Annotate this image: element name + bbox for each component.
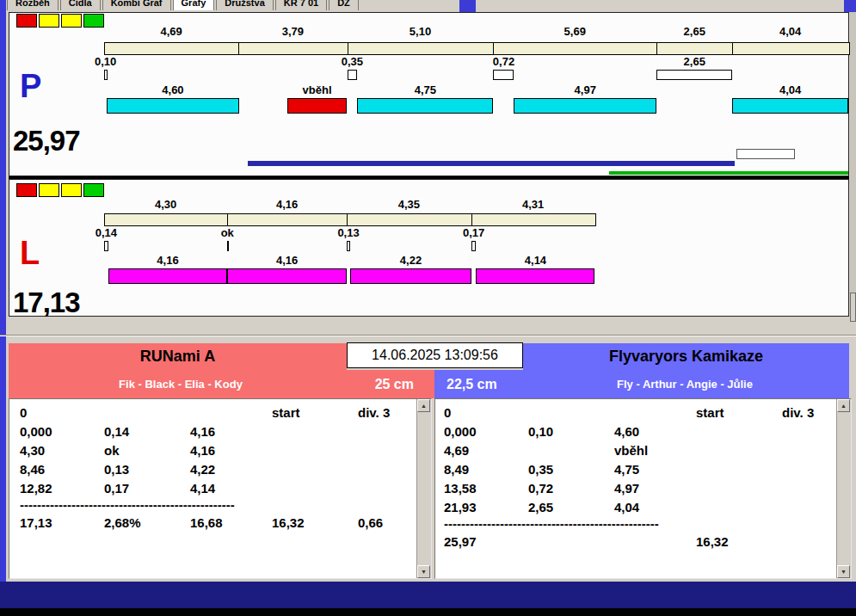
dog-run-bar: [732, 98, 848, 114]
table-cell: 4,04: [614, 500, 696, 514]
table-cell: 4,22: [190, 462, 272, 477]
scroll-up-button[interactable]: ▲: [837, 399, 850, 412]
start-light: [83, 183, 104, 197]
changeover-time-label: 2,65: [684, 56, 705, 68]
dog-run-bar: [357, 98, 493, 114]
changeover-tick: [227, 241, 229, 251]
table-row: 13,580,724,97: [435, 478, 836, 497]
split-segment: [472, 214, 596, 225]
table-cell: 4,60: [614, 424, 696, 439]
dog-run-label: 4,75: [415, 84, 436, 96]
changeover-time-label: 0,10: [95, 56, 116, 68]
team-left-subheader: Fik - Black - Elia - Kody 25 cm: [9, 370, 434, 398]
start-lights: [16, 183, 104, 197]
changeover-time-label: 0,17: [463, 227, 484, 239]
split-segment: [228, 214, 348, 225]
split-segment: [733, 43, 849, 54]
bottom-navy-bar: [0, 582, 856, 608]
table-cell: 13,58: [444, 481, 528, 496]
scrollbar[interactable]: ▲ ▼: [836, 399, 851, 578]
split-time-label: 5,10: [410, 26, 431, 38]
table-cell: 12,82: [20, 481, 104, 496]
table-cell: 0,10: [528, 424, 614, 439]
dog-run-bar: [108, 268, 228, 284]
scrollbar-thumb[interactable]: [850, 293, 856, 322]
dog-run-bar: [107, 98, 238, 114]
table-cell: start: [696, 405, 782, 420]
lane-letter: L: [20, 237, 40, 269]
table-cell: 4,16: [190, 424, 272, 439]
start-light: [83, 14, 104, 28]
dog-run-bar: [287, 98, 347, 114]
scroll-up-button[interactable]: ▲: [417, 399, 430, 412]
table-cell: 0,14: [104, 424, 190, 439]
split-segment: [105, 214, 228, 225]
results-panel-left[interactable]: 0startdiv. 30,0000,144,164,30ok4,168,460…: [9, 398, 432, 579]
table-row: 8,490,354,75: [435, 459, 836, 478]
table-cell: 0: [444, 405, 528, 420]
table-cell: 21,93: [444, 500, 528, 514]
table-cell: div. 3: [358, 405, 416, 420]
tab-rozbeh[interactable]: Rozběh: [7, 0, 59, 10]
table-row: 4,69vběhl: [435, 440, 836, 459]
changeover-time-label: ok: [221, 227, 234, 239]
start-light: [16, 183, 37, 197]
table-row: 25,9716,32: [435, 532, 836, 551]
table-cell: 8,49: [444, 462, 528, 477]
changeover-box: [656, 70, 732, 80]
dog-run-label: 4,04: [779, 84, 801, 96]
dog-run-label: 4,16: [276, 255, 298, 267]
table-cell: 4,16: [190, 443, 272, 458]
split-segment: [348, 214, 472, 225]
tab-druzstva[interactable]: Družstva: [216, 0, 273, 10]
start-lights: [16, 14, 104, 28]
table-cell: 4,69: [444, 443, 528, 458]
team-right-subheader: 22,5 cm Fly - Arthur - Angie - Jůlie: [434, 370, 849, 398]
scroll-down-button[interactable]: ▼: [417, 565, 430, 578]
table-cell: 25,97: [444, 534, 528, 549]
tab-kr-7-01[interactable]: KR 7 01: [275, 0, 327, 10]
dog-run-label: 4,14: [525, 255, 546, 267]
tab-grafy[interactable]: Grafy: [173, 0, 215, 10]
tab-cidla[interactable]: Čidla: [60, 0, 101, 10]
dog-run-label: 4,22: [400, 255, 422, 267]
split-time-label: 4,31: [522, 199, 544, 211]
table-cell: start: [272, 405, 358, 420]
changeover-time-label: 0,35: [342, 56, 363, 68]
table-row: 0,0000,144,16: [9, 422, 416, 440]
table-cell: 4,97: [614, 481, 696, 496]
tab-dz[interactable]: DŽ: [329, 0, 359, 10]
table-row: 0,0000,104,60: [435, 422, 836, 440]
start-light: [61, 183, 82, 197]
timestamp: 14.06.2025 13:09:56: [372, 348, 498, 363]
table-row: 21,932,654,04: [435, 497, 836, 516]
decor-blue-box: [459, 0, 476, 12]
lane-total-time: 25,97: [13, 125, 80, 157]
changeover-box: [493, 70, 514, 80]
table-row: 4,30ok4,16: [9, 440, 416, 459]
scroll-down-button[interactable]: ▼: [837, 565, 850, 578]
split-time-label: 4,04: [779, 26, 801, 38]
results-text-left: 0startdiv. 30,0000,144,164,30ok4,168,460…: [9, 403, 416, 578]
lane-panel-left: L 17,13 4,304,164,354,310,14ok0,130,174,…: [9, 179, 849, 317]
scrollbar[interactable]: ▲ ▼: [416, 399, 431, 578]
table-row: ----------------------------------------…: [9, 497, 416, 513]
table-row: 0startdiv. 3: [435, 403, 836, 422]
table-cell: vběhl: [614, 443, 696, 458]
marker-box: [736, 149, 795, 159]
tab-kombi-graf[interactable]: Kombi Graf: [102, 0, 171, 10]
dog-run-bar: [227, 268, 347, 284]
split-segment: [494, 43, 657, 54]
changeover-box: [347, 241, 350, 251]
changeover-box: [104, 70, 108, 80]
table-cell: 16,32: [696, 534, 782, 549]
results-panel-right[interactable]: 0startdiv. 30,0000,104,604,69vběhl8,490,…: [434, 398, 852, 579]
team-right-dogs: Fly - Arthur - Angie - Jůlie: [520, 370, 849, 398]
start-light: [16, 14, 37, 28]
changeover-box: [104, 241, 108, 251]
main-vertical-scrollbar[interactable]: [850, 12, 856, 317]
table-cell: 4,14: [190, 481, 272, 496]
dog-run-label: 4,16: [157, 255, 178, 267]
table-cell: 16,32: [272, 515, 358, 530]
lane-panel-right: P 25,97 4,693,795,105,692,654,040,100,35…: [9, 12, 849, 176]
